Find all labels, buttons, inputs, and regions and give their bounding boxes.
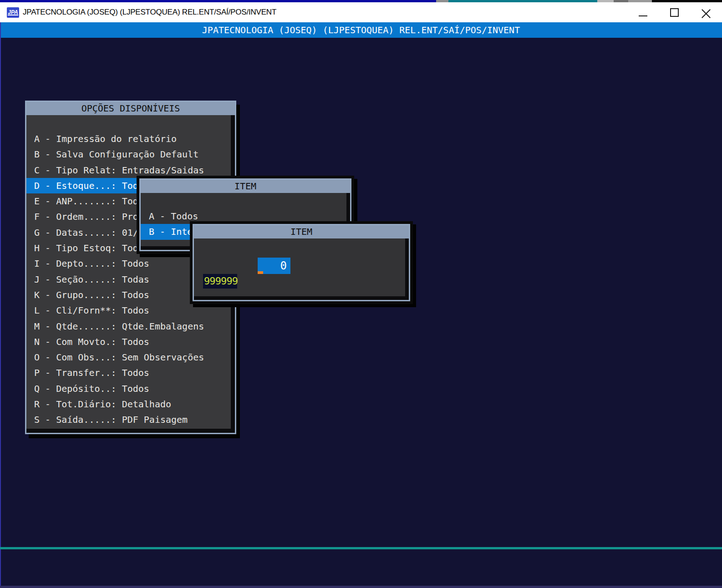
item-end-input[interactable]: 999999 bbox=[203, 274, 237, 289]
menu-item-r[interactable]: R - Tot.Diário: Detalhado bbox=[26, 396, 231, 412]
text-cursor bbox=[258, 271, 263, 274]
menu-item-p[interactable]: P - Transfer..: Todos bbox=[26, 365, 231, 380]
menu-item-n[interactable]: N - Com Movto.: Todos bbox=[26, 334, 231, 350]
window-left-border bbox=[0, 22, 1, 586]
close-button[interactable] bbox=[696, 2, 717, 22]
menu-item-o[interactable]: O - Com Obs...: Sem Observações bbox=[26, 350, 231, 365]
app-header-bar: JPATECNOLOGIA (JOSEQ) (LJPESTOQUEA) REL.… bbox=[0, 22, 722, 38]
menu-item-b[interactable]: B - Salva Configuração Default bbox=[26, 147, 231, 162]
menu-item-s[interactable]: S - Saída.....: PDF Paisagem bbox=[26, 412, 231, 427]
window-title: JPATECNOLOGIA (JOSEQ) (LJPESTOQUEA) REL.… bbox=[23, 2, 276, 22]
item-dialog-2: ITEM 0 999999 bbox=[190, 221, 413, 304]
maximize-icon bbox=[670, 8, 679, 17]
menu-item-m[interactable]: M - Qtde......: Qtde.Embalagens bbox=[26, 319, 231, 334]
app-icon-label: JPA bbox=[8, 10, 18, 15]
minimize-button[interactable] bbox=[633, 2, 654, 22]
minimize-icon bbox=[639, 15, 647, 16]
item-dialog-2-title: ITEM bbox=[194, 225, 409, 238]
window-titlebar[interactable]: JPA JPATECNOLOGIA (JOSEQ) (LJPESTOQUEA) … bbox=[0, 2, 722, 22]
item-dialog-1-title: ITEM bbox=[141, 180, 350, 193]
options-menu-title: OPÇÕES DISPONÍVEIS bbox=[26, 102, 235, 115]
item-dialog-2-body: 0 999999 bbox=[194, 238, 405, 296]
app-icon: JPA bbox=[7, 7, 19, 18]
maximize-button[interactable] bbox=[664, 2, 685, 22]
window-bottom-border bbox=[0, 586, 722, 588]
menu-item-q[interactable]: Q - Depósito..: Todos bbox=[26, 381, 231, 396]
menu-item-l[interactable]: L - Cli/Forn**: Todos bbox=[26, 303, 231, 318]
status-divider-line bbox=[0, 547, 722, 549]
menu-item-a[interactable]: A - Impressão do relatório bbox=[26, 131, 231, 147]
